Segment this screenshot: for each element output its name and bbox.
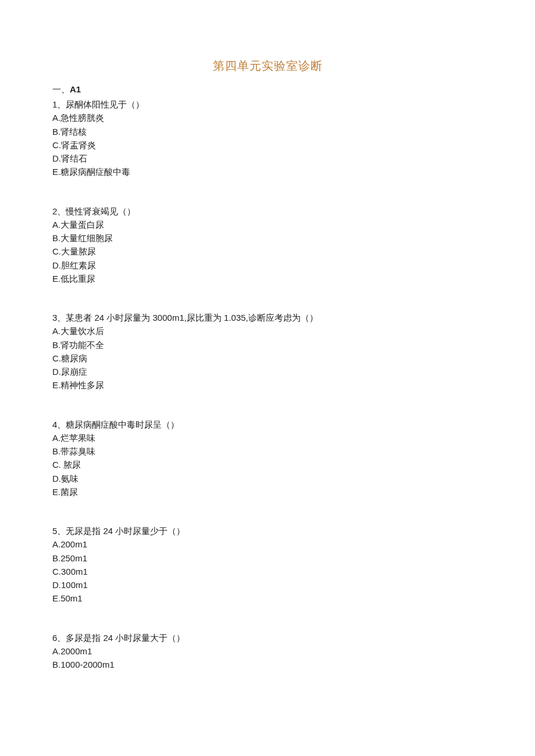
- option-text: 大量脓尿: [61, 246, 96, 256]
- option-line: B.肾功能不全: [52, 338, 483, 352]
- option-prefix: E.: [52, 487, 60, 497]
- question-number: 2、: [52, 206, 66, 216]
- option-text: 胆红素尿: [61, 260, 96, 270]
- option-prefix: B.: [52, 660, 60, 669]
- option-text: 烂苹果味: [60, 433, 95, 443]
- section-header: 一、A1: [52, 84, 483, 95]
- option-text: 肾结核: [60, 127, 87, 137]
- option-prefix: B.: [52, 340, 60, 350]
- option-line: A.2000m1: [52, 644, 483, 658]
- question-stem: 6、多尿是指 24 小时尿量大于（）: [52, 631, 483, 644]
- question-number: 4、: [52, 420, 66, 429]
- question-text: 多尿是指 24 小时尿量大于（）: [66, 633, 185, 643]
- option-line: E.精神性多尿: [52, 378, 483, 392]
- option-text: 2000m1: [60, 646, 92, 656]
- question-text: 慢性肾衰竭见（）: [66, 206, 135, 216]
- option-text: 氨味: [61, 474, 79, 483]
- question-text: 糖尿病酮症酸中毒时尿呈（）: [66, 420, 179, 429]
- option-line: B.肾结核: [52, 125, 483, 138]
- question-block: 6、多尿是指 24 小时尿量大于（） A.2000m1 B.1000-2000m…: [52, 631, 483, 672]
- option-line: E.低比重尿: [52, 272, 483, 285]
- page-title: 第四单元实验室诊断: [52, 58, 483, 74]
- option-line: A.急性膀胱炎: [52, 111, 483, 124]
- option-prefix: A.: [52, 539, 60, 549]
- option-text: 100m1: [61, 580, 88, 590]
- option-text: 低比重尿: [60, 274, 95, 284]
- option-line: E.50m1: [52, 592, 483, 605]
- option-prefix: E.: [52, 167, 60, 177]
- option-prefix: E.: [52, 274, 60, 284]
- section-label: A1: [70, 84, 81, 94]
- option-prefix: A.: [52, 113, 60, 123]
- option-prefix: B.: [52, 127, 60, 137]
- question-stem: 1、尿酮体阳性见于（）: [52, 98, 483, 111]
- option-line: D.胆红素尿: [52, 259, 483, 272]
- question-number: 1、: [52, 99, 66, 109]
- option-prefix: C.: [52, 353, 61, 363]
- option-line: B.1000-2000m1: [52, 658, 483, 671]
- option-text: 肾功能不全: [60, 340, 104, 350]
- option-prefix: A.: [52, 646, 60, 656]
- option-text: 50m1: [60, 593, 83, 603]
- option-text: 1000-2000m1: [60, 660, 115, 669]
- question-stem: 4、糖尿病酮症酸中毒时尿呈（）: [52, 418, 483, 431]
- question-text: 某患者 24 小时尿量为 3000m1,尿比重为 1.035,诊断应考虑为（）: [66, 313, 318, 323]
- option-text: 250m1: [60, 553, 87, 563]
- option-line: A.大量饮水后: [52, 324, 483, 338]
- option-prefix: A.: [52, 326, 60, 336]
- option-text: 脓尿: [63, 460, 81, 470]
- question-number: 5、: [52, 526, 66, 536]
- question-stem: 3、某患者 24 小时尿量为 3000m1,尿比重为 1.035,诊断应考虑为（…: [52, 311, 483, 324]
- document-page: 第四单元实验室诊断 一、A1 1、尿酮体阳性见于（） A.急性膀胱炎 B.肾结核…: [0, 0, 535, 732]
- option-line: B.250m1: [52, 551, 483, 565]
- option-prefix: C.: [52, 246, 61, 256]
- option-line: D.氨味: [52, 472, 483, 485]
- option-text: 急性膀胱炎: [60, 113, 104, 123]
- option-line: E.糖尿病酮症酸中毒: [52, 165, 483, 178]
- option-prefix: D.: [52, 260, 61, 270]
- option-text: 精神性多尿: [60, 380, 104, 390]
- question-block: 1、尿酮体阳性见于（） A.急性膀胱炎 B.肾结核 C.肾盂肾炎 D.肾结石 E…: [52, 98, 483, 179]
- option-line: C.糖尿病: [52, 352, 483, 365]
- option-text: 大量蛋白尿: [60, 220, 104, 230]
- question-number: 6、: [52, 633, 66, 643]
- option-line: D.肾结石: [52, 152, 483, 165]
- option-prefix: D.: [52, 580, 61, 590]
- option-line: A.大量蛋白尿: [52, 218, 483, 231]
- option-prefix: B.: [52, 233, 60, 243]
- option-line: C.肾盂肾炎: [52, 138, 483, 152]
- option-text: 带蒜臭味: [60, 446, 95, 456]
- option-line: D.100m1: [52, 578, 483, 592]
- option-prefix: A.: [52, 220, 60, 230]
- question-block: 3、某患者 24 小时尿量为 3000m1,尿比重为 1.035,诊断应考虑为（…: [52, 311, 483, 392]
- option-prefix: C.: [52, 140, 61, 150]
- option-text: 尿崩症: [61, 367, 87, 377]
- option-line: C.300m1: [52, 565, 483, 578]
- option-text: 肾盂肾炎: [61, 140, 96, 150]
- option-prefix: C.: [52, 567, 61, 576]
- option-text: 200m1: [60, 539, 87, 549]
- option-line: A.200m1: [52, 538, 483, 551]
- option-prefix: B.: [52, 553, 60, 563]
- option-prefix: D.: [52, 367, 61, 377]
- question-block: 2、慢性肾衰竭见（） A.大量蛋白尿 B.大量红细胞尿 C.大量脓尿 D.胆红素…: [52, 205, 483, 286]
- question-block: 5、无尿是指 24 小时尿量少于（） A.200m1 B.250m1 C.300…: [52, 524, 483, 605]
- question-number: 3、: [52, 313, 66, 323]
- option-line: E.菌尿: [52, 485, 483, 499]
- option-line: A.烂苹果味: [52, 431, 483, 445]
- option-text: 糖尿病酮症酸中毒: [60, 167, 130, 177]
- option-prefix: C.: [52, 460, 63, 470]
- option-text: 大量红细胞尿: [60, 233, 113, 243]
- option-line: B.带蒜臭味: [52, 445, 483, 458]
- option-text: 大量饮水后: [60, 326, 104, 336]
- option-text: 菌尿: [60, 487, 78, 497]
- question-stem: 5、无尿是指 24 小时尿量少于（）: [52, 524, 483, 538]
- option-line: C. 脓尿: [52, 458, 483, 471]
- section-prefix: 一、: [52, 84, 70, 94]
- option-text: 300m1: [61, 567, 88, 576]
- question-text: 尿酮体阳性见于（）: [66, 99, 144, 109]
- option-text: 肾结石: [61, 153, 87, 163]
- option-line: D.尿崩症: [52, 365, 483, 378]
- option-prefix: D.: [52, 153, 61, 163]
- question-block: 4、糖尿病酮症酸中毒时尿呈（） A.烂苹果味 B.带蒜臭味 C. 脓尿 D.氨味…: [52, 418, 483, 499]
